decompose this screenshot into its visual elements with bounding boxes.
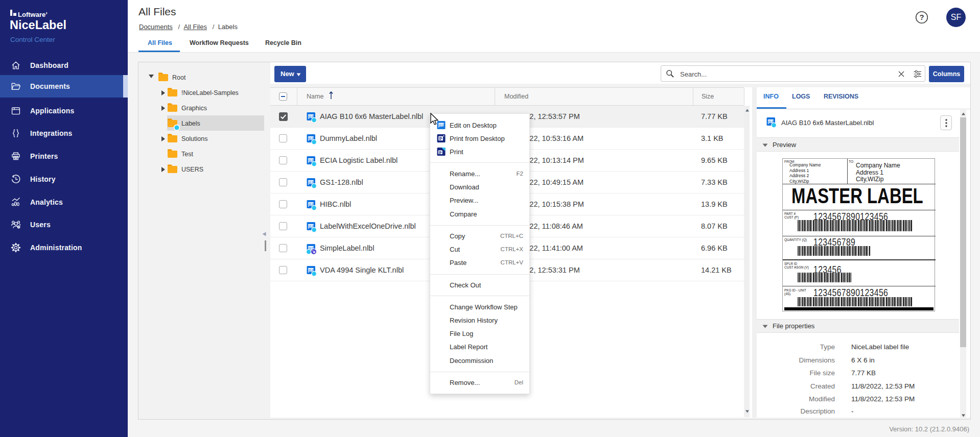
svg-text:?: ? — [919, 13, 924, 21]
